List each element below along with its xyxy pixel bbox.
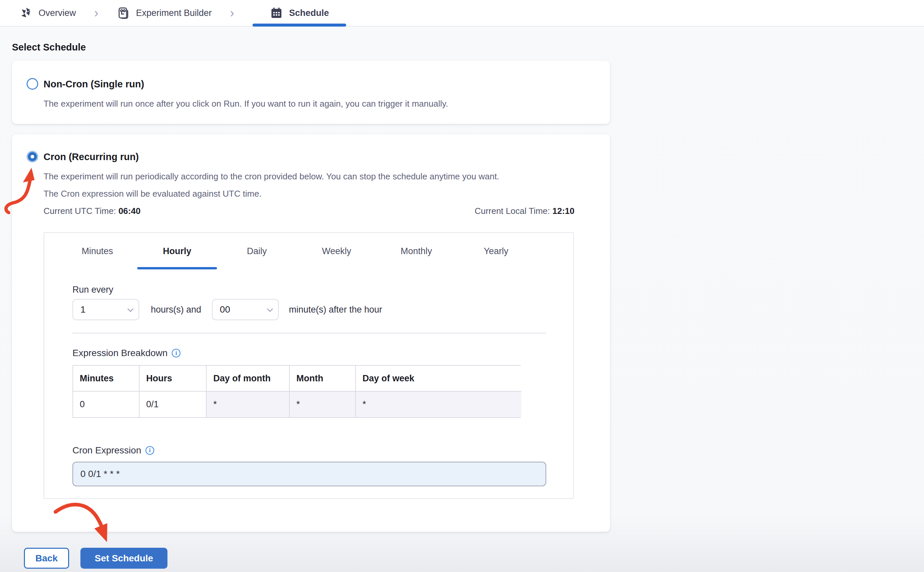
- breadcrumb-item-schedule[interactable]: Schedule: [252, 0, 346, 26]
- breakdown-month-value: *: [290, 392, 356, 417]
- breadcrumb-item-experiment-builder[interactable]: Experiment Builder: [117, 0, 212, 26]
- main-content: Select Schedule Non-Cron (Single run) Th…: [0, 26, 924, 569]
- set-schedule-button[interactable]: Set Schedule: [81, 548, 168, 569]
- tab-yearly[interactable]: Yearly: [456, 233, 536, 269]
- current-times-row: Current UTC Time: 06:40 Current Local Ti…: [44, 206, 574, 216]
- tab-daily[interactable]: Daily: [217, 233, 297, 269]
- breakdown-minutes-value: 0: [73, 392, 140, 417]
- info-icon[interactable]: i: [172, 349, 180, 358]
- cron-description-1: The experiment will run periodically acc…: [44, 171, 574, 181]
- cron-expression-input[interactable]: [72, 462, 546, 486]
- chevron-down-icon: [267, 306, 273, 312]
- run-every-label: Run every: [72, 284, 573, 295]
- tab-hourly[interactable]: Hourly: [137, 233, 217, 269]
- breadcrumb-label: Schedule: [289, 8, 329, 18]
- cron-description-2: The Cron expression will be evaluated ag…: [44, 189, 574, 199]
- current-local-time: Current Local Time: 12:10: [474, 206, 574, 216]
- breakdown-day-of-week-value: *: [356, 392, 521, 417]
- hours-select[interactable]: 1: [72, 299, 139, 320]
- minutes-select[interactable]: 00: [212, 299, 279, 320]
- chaos-pinwheel-icon: [19, 6, 33, 20]
- hours-select-value: 1: [81, 304, 86, 315]
- cron-option-card: Cron (Recurring run) The experiment will…: [12, 134, 610, 532]
- column-header: Day of month: [207, 366, 290, 392]
- cron-expression-label: Cron Expression: [72, 445, 141, 456]
- info-icon[interactable]: i: [146, 446, 154, 455]
- breadcrumb: Overview › Experiment Builder ›: [0, 0, 924, 26]
- breakdown-day-of-month-value: *: [207, 392, 290, 417]
- chevron-right-icon: ›: [94, 0, 99, 26]
- cron-scheduler-panel: Minutes Hourly Daily Weekly Monthly Year…: [44, 232, 574, 499]
- frequency-tabs: Minutes Hourly Daily Weekly Monthly Year…: [44, 233, 573, 269]
- chevron-down-icon: [127, 306, 133, 312]
- non-cron-option-card: Non-Cron (Single run) The experiment wil…: [12, 61, 610, 124]
- column-header: Hours: [140, 366, 207, 392]
- tab-hourly-underline: [137, 267, 217, 269]
- breadcrumb-item-overview[interactable]: Overview: [19, 0, 76, 26]
- section-divider: [72, 333, 546, 334]
- cron-radio[interactable]: [26, 151, 38, 162]
- expression-breakdown-label: Expression Breakdown: [72, 348, 168, 358]
- breadcrumb-label: Overview: [39, 8, 76, 18]
- expression-breakdown-table: Minutes Hours Day of month Month Day of …: [72, 365, 521, 418]
- breadcrumb-label: Experiment Builder: [136, 8, 212, 18]
- utc-time-value: 06:40: [118, 206, 140, 216]
- footer-actions: Back Set Schedule: [24, 548, 912, 569]
- page-title: Select Schedule: [12, 42, 912, 53]
- tab-monthly[interactable]: Monthly: [376, 233, 456, 269]
- cron-title: Cron (Recurring run): [44, 151, 139, 162]
- current-utc-time: Current UTC Time: 06:40: [44, 206, 140, 216]
- hours-suffix-label: hours(s) and: [151, 305, 201, 315]
- breakdown-hours-value: 0/1: [140, 392, 207, 417]
- active-tab-underline: [252, 23, 346, 26]
- minutes-select-value: 00: [220, 304, 230, 315]
- tab-minutes[interactable]: Minutes: [58, 233, 137, 269]
- non-cron-title: Non-Cron (Single run): [44, 79, 144, 90]
- calendar-icon: [270, 6, 283, 20]
- tab-weekly[interactable]: Weekly: [297, 233, 376, 269]
- local-time-value: 12:10: [552, 206, 575, 216]
- run-every-controls: 1 hours(s) and 00: [72, 299, 573, 320]
- back-button[interactable]: Back: [24, 548, 69, 569]
- non-cron-description: The experiment will run once after you c…: [44, 99, 574, 109]
- column-header: Day of week: [356, 366, 521, 392]
- schedule-page: Overview › Experiment Builder ›: [0, 0, 924, 572]
- column-header: Minutes: [73, 366, 140, 392]
- non-cron-radio[interactable]: [26, 78, 38, 90]
- chevron-right-icon: ›: [230, 0, 234, 26]
- column-header: Month: [290, 366, 356, 392]
- builder-document-icon: [117, 6, 130, 20]
- minutes-suffix-label: minute(s) after the hour: [289, 305, 383, 315]
